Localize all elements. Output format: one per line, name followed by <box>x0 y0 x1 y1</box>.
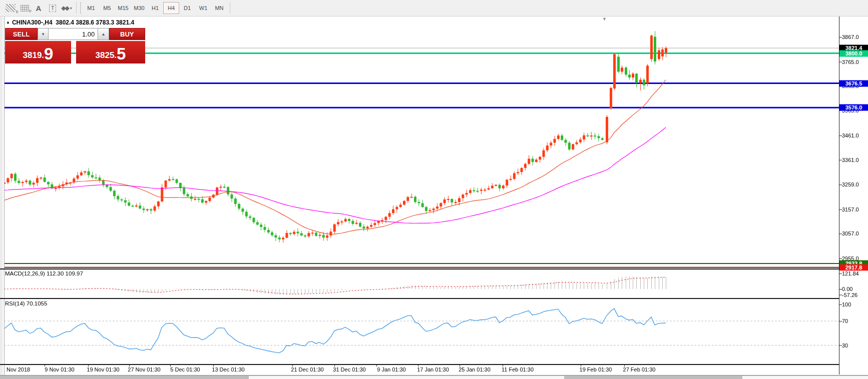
buy-price-pips: 5 <box>117 46 126 62</box>
rsi-label: RSI(14) 70.1055 <box>5 300 47 306</box>
toolbar: E F A T ◆◆▾ M1M5M15M30H1H4D1W1MN <box>0 0 868 16</box>
indicators-icon: E <box>6 4 16 12</box>
rsi-panel-separator[interactable] <box>0 298 839 299</box>
sell-price: 3819 <box>23 49 42 62</box>
date-label: 25 Jan 01:30 <box>459 366 491 372</box>
date-label: 27 Feb 01:30 <box>623 366 656 372</box>
volume-increase-button[interactable]: ▲ <box>98 28 109 40</box>
date-label: 5 Dec 01:30 <box>170 366 200 372</box>
date-label: 21 Dec 01:30 <box>291 366 323 372</box>
volume-decrease-button[interactable]: ▼ <box>38 28 49 40</box>
sell-price-pips: 9 <box>44 46 53 62</box>
timeframe-button-h1[interactable]: H1 <box>147 2 163 14</box>
one-click-trading-panel: SELL ▼ ▲ BUY 3819.9 3825.5 <box>5 28 145 64</box>
rsi-axis-label: 30 <box>842 342 848 348</box>
toolbar-drag-handle[interactable] <box>80 2 81 14</box>
price-tick-label: 3157.0 <box>842 206 859 212</box>
grid-icon[interactable]: F <box>18 2 31 14</box>
date-label: 9 Jan 01:30 <box>377 366 406 372</box>
sell-price-box[interactable]: 3819.9 <box>5 41 71 64</box>
symbol-marker-icon: ▲ <box>6 20 10 24</box>
price-tick-label: 3867.0 <box>842 34 859 40</box>
chevron-down-icon: ▾ <box>70 6 72 10</box>
autoscroll-marker-icon[interactable]: ▼ <box>602 16 607 22</box>
macd-axis-label: -57.26 <box>842 292 857 298</box>
rsi-axis-label: 100 <box>842 302 851 308</box>
text-label-icon[interactable]: A <box>32 2 45 14</box>
timeframe-button-d1[interactable]: D1 <box>179 2 195 14</box>
price-tick-label: 3461.0 <box>842 132 859 138</box>
symbol-name: CHINA300-,H4 <box>12 19 53 26</box>
timeframe-button-mn[interactable]: MN <box>211 2 227 14</box>
date-label: 27 Nov 01:30 <box>128 366 160 372</box>
price-tick-label: 3057.0 <box>842 230 859 236</box>
price-badge: 2917.8 <box>839 264 868 270</box>
timeframe-button-h4[interactable]: H4 <box>163 2 179 14</box>
macd-axis-label: 0.00 <box>842 286 852 292</box>
bottom-window-strip <box>0 375 868 379</box>
date-label: 17 Jan 01:30 <box>417 366 449 372</box>
toolbar-separator <box>76 2 77 14</box>
price-axis-border <box>839 16 839 374</box>
indicators-icon[interactable]: E <box>4 2 17 14</box>
price-tick-label: 3361.0 <box>842 157 859 163</box>
price-badge: 3576.0 <box>839 104 868 111</box>
buy-price: 3825 <box>96 49 115 62</box>
date-label: 11 Feb 01:30 <box>502 366 534 372</box>
sell-button[interactable]: SELL <box>5 28 38 40</box>
date-label: 31 Dec 01:30 <box>333 366 365 372</box>
date-label: 1 Nov 2018 <box>2 366 30 372</box>
volume-input[interactable] <box>49 28 98 40</box>
window-left-edge <box>0 16 5 375</box>
price-tick-label: 3259.0 <box>842 182 859 188</box>
price-badge: 3676.5 <box>839 80 868 86</box>
chart-title: ▲CHINA300-,H4 3802.4 3828.6 3783.3 3821.… <box>6 19 134 26</box>
ohlc-values: 3802.4 3828.6 3783.3 3821.4 <box>56 19 134 26</box>
price-badge: 3800.0 <box>839 50 868 56</box>
text-box-icon[interactable]: T <box>46 2 59 14</box>
timeframe-button-m15[interactable]: M15 <box>115 2 131 14</box>
grid-icon: F <box>21 5 29 12</box>
macd-axis-label: 121.84 <box>842 270 859 276</box>
date-label: 9 Nov 01:30 <box>45 366 74 372</box>
date-label: 19 Nov 01:30 <box>87 366 119 372</box>
rsi-axis-label: 70 <box>842 318 848 324</box>
date-label: 19 Feb 01:30 <box>580 366 612 372</box>
bottom-strip-segment <box>742 376 868 379</box>
macd-panel-separator[interactable] <box>0 268 839 270</box>
timeframe-buttons: M1M5M15M30H1H4D1W1MN <box>83 2 227 14</box>
objects-icon[interactable]: ◆◆▾ <box>60 2 73 14</box>
timeframe-button-m5[interactable]: M5 <box>99 2 115 14</box>
price-tick-label: 3765.0 <box>842 59 859 65</box>
bottom-strip-segment <box>249 376 564 379</box>
buy-button[interactable]: BUY <box>109 28 145 40</box>
macd-label: MACD(12,26,9) 112.30 109.97 <box>5 270 83 276</box>
timeframe-button-w1[interactable]: W1 <box>195 2 211 14</box>
date-label: 13 Dec 01:30 <box>212 366 244 372</box>
timeframe-button-m30[interactable]: M30 <box>131 2 147 14</box>
trading-app-window: E F A T ◆◆▾ M1M5M15M30H1H4D1W1MN ▲CHINA3… <box>0 0 868 379</box>
toolbar-separator <box>230 2 230 14</box>
time-axis-line <box>0 364 839 365</box>
timeframe-button-m1[interactable]: M1 <box>83 2 99 14</box>
buy-price-box[interactable]: 3825.5 <box>76 41 145 64</box>
